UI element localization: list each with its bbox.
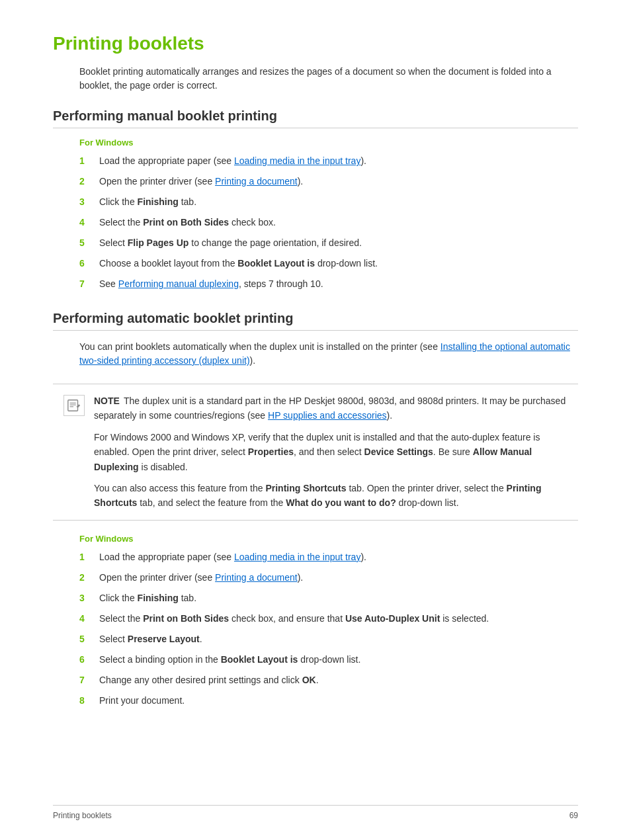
auto-step-4-content: Select the Print on Both Sides check box… — [99, 612, 578, 626]
auto-step-8-number: 8 — [79, 694, 99, 708]
loading-media-link-2[interactable]: Loading media in the input tray — [234, 552, 360, 562]
manual-duplexing-link[interactable]: Performing manual duplexing — [118, 278, 239, 289]
manual-steps-list: 1 Load the appropriate paper (see Loadin… — [79, 154, 578, 291]
section-manual-heading: Performing manual booklet printing — [53, 108, 578, 128]
note-para-3: You can also access this feature from th… — [94, 481, 568, 511]
page-title: Printing booklets — [53, 33, 578, 54]
step-5-number: 5 — [79, 236, 99, 250]
auto-step-1-number: 1 — [79, 550, 99, 564]
step-2-content: Open the printer driver (see Printing a … — [99, 175, 578, 189]
step-3-content: Click the Finishing tab. — [99, 195, 578, 209]
note-icon — [63, 395, 85, 416]
step-4-content: Select the Print on Both Sides check box… — [99, 216, 578, 230]
auto-step-5: 5 Select Preserve Layout. — [79, 632, 578, 646]
installing-duplex-link[interactable]: Installing the optional automatic two-si… — [79, 341, 570, 366]
auto-step-5-content: Select Preserve Layout. — [99, 632, 578, 646]
step-6-number: 6 — [79, 257, 99, 271]
svg-rect-0 — [68, 400, 78, 411]
auto-step-6-content: Select a binding option in the Booklet L… — [99, 653, 578, 667]
auto-step-3-content: Click the Finishing tab. — [99, 591, 578, 605]
auto-step-3: 3 Click the Finishing tab. — [79, 591, 578, 605]
step-7: 7 See Performing manual duplexing, steps… — [79, 277, 578, 291]
note-para-2: For Windows 2000 and Windows XP, verify … — [94, 430, 568, 474]
auto-step-7-content: Change any other desired print settings … — [99, 673, 578, 687]
step-1: 1 Load the appropriate paper (see Loadin… — [79, 154, 578, 168]
auto-step-2-number: 2 — [79, 571, 99, 585]
step-4-number: 4 — [79, 216, 99, 230]
auto-step-5-number: 5 — [79, 632, 99, 646]
auto-step-4: 4 Select the Print on Both Sides check b… — [79, 612, 578, 626]
auto-step-1: 1 Load the appropriate paper (see Loadin… — [79, 550, 578, 564]
auto-intro: You can print booklets automatically whe… — [79, 340, 578, 368]
footer-right: 69 — [569, 811, 578, 820]
page-footer: Printing booklets 69 — [53, 805, 578, 820]
auto-step-2-content: Open the printer driver (see Printing a … — [99, 571, 578, 585]
section-automatic: Performing automatic booklet printing Yo… — [53, 311, 578, 708]
section-automatic-heading: Performing automatic booklet printing — [53, 311, 578, 331]
auto-step-6: 6 Select a binding option in the Booklet… — [79, 653, 578, 667]
step-3-number: 3 — [79, 195, 99, 209]
auto-step-7-number: 7 — [79, 673, 99, 687]
auto-step-7: 7 Change any other desired print setting… — [79, 673, 578, 687]
step-7-content: See Performing manual duplexing, steps 7… — [99, 277, 578, 291]
auto-step-6-number: 6 — [79, 653, 99, 667]
auto-step-4-number: 4 — [79, 612, 99, 626]
section-auto-subheading: For Windows — [79, 534, 578, 544]
intro-text: Booklet printing automatically arranges … — [79, 65, 578, 93]
auto-step-1-content: Load the appropriate paper (see Loading … — [99, 550, 578, 564]
loading-media-link-1[interactable]: Loading media in the input tray — [234, 155, 360, 166]
step-2-number: 2 — [79, 175, 99, 189]
step-3: 3 Click the Finishing tab. — [79, 195, 578, 209]
auto-step-8-content: Print your document. — [99, 694, 578, 708]
step-5: 5 Select Flip Pages Up to change the pag… — [79, 236, 578, 250]
step-4: 4 Select the Print on Both Sides check b… — [79, 216, 578, 230]
auto-step-3-number: 3 — [79, 591, 99, 605]
note-box: NOTEThe duplex unit is a standard part i… — [53, 384, 578, 521]
note-label: NOTE — [94, 396, 120, 406]
auto-step-2: 2 Open the printer driver (see Printing … — [79, 571, 578, 585]
step-2: 2 Open the printer driver (see Printing … — [79, 175, 578, 189]
auto-step-8: 8 Print your document. — [79, 694, 578, 708]
section-manual: Performing manual booklet printing For W… — [53, 108, 578, 291]
step-7-number: 7 — [79, 277, 99, 291]
auto-steps-list: 1 Load the appropriate paper (see Loadin… — [79, 550, 578, 708]
note-content: NOTEThe duplex unit is a standard part i… — [94, 394, 568, 511]
printing-doc-link-1[interactable]: Printing a document — [215, 176, 298, 187]
step-5-content: Select Flip Pages Up to change the page … — [99, 236, 578, 250]
hp-supplies-link[interactable]: HP supplies and accessories — [268, 410, 387, 421]
step-1-content: Load the appropriate paper (see Loading … — [99, 154, 578, 168]
step-6: 6 Choose a booklet layout from the Bookl… — [79, 257, 578, 271]
section-manual-subheading: For Windows — [79, 138, 578, 147]
printing-doc-link-2[interactable]: Printing a document — [215, 572, 298, 583]
step-1-number: 1 — [79, 154, 99, 168]
step-6-content: Choose a booklet layout from the Booklet… — [99, 257, 578, 271]
footer-left: Printing booklets — [53, 811, 112, 820]
